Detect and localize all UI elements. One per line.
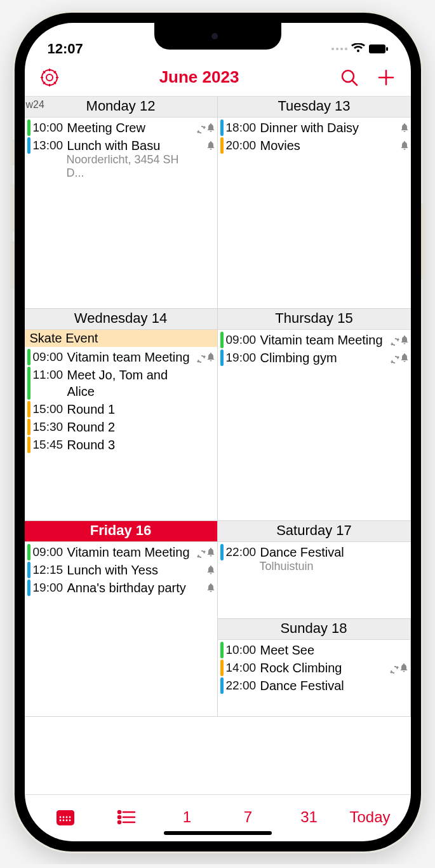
day-cell[interactable]: Friday 1609:00Vitamin team Meeting12:15L… bbox=[25, 521, 218, 717]
day-header: Monday 12w24 bbox=[25, 97, 217, 118]
event-color bbox=[220, 332, 224, 348]
day-header: Friday 16 bbox=[25, 521, 217, 542]
tab-month[interactable]: 31 bbox=[279, 808, 340, 826]
event-color bbox=[27, 401, 30, 417]
battery-icon bbox=[369, 41, 388, 57]
event-time: 13:00 bbox=[33, 137, 65, 154]
svg-point-30 bbox=[118, 821, 121, 824]
bell-icon bbox=[207, 351, 215, 367]
day-cell[interactable]: Saturday 1722:00Dance FestivalTolhuistui… bbox=[218, 521, 411, 619]
event-row[interactable]: 22:00Dance Festival bbox=[220, 677, 408, 695]
svg-point-22 bbox=[59, 819, 61, 821]
event-location: Noorderlicht, 3454 SH D... bbox=[27, 153, 215, 180]
event-time: 15:30 bbox=[33, 419, 65, 435]
event-title: Anna's birthday party bbox=[67, 580, 215, 596]
event-row[interactable]: 15:30Round 2 bbox=[27, 418, 215, 436]
day-cell[interactable]: Monday 12w2410:00Meeting Crew13:00Lunch … bbox=[25, 97, 218, 309]
bell-icon bbox=[401, 139, 408, 156]
event-time: 22:00 bbox=[226, 677, 258, 694]
event-row[interactable]: 19:00Anna's birthday party bbox=[27, 579, 215, 597]
event-row[interactable]: 18:00Dinner with Daisy bbox=[220, 119, 408, 137]
day-cell[interactable]: Sunday 1810:00Meet See14:00Rock Climbing… bbox=[218, 619, 411, 717]
event-title: Meet See bbox=[260, 642, 408, 658]
event-row[interactable]: 09:00Vitamin team Meeting bbox=[220, 331, 408, 349]
event-title: Climbing gym bbox=[260, 349, 408, 366]
bell-icon bbox=[207, 121, 215, 138]
event-color bbox=[220, 137, 224, 154]
home-indicator[interactable] bbox=[164, 831, 272, 835]
tab-list[interactable] bbox=[96, 810, 157, 825]
event-time: 19:00 bbox=[226, 349, 258, 366]
event-title: Lunch with Yess bbox=[67, 562, 215, 578]
svg-rect-17 bbox=[57, 810, 74, 815]
event-row[interactable]: 19:00Climbing gym bbox=[220, 349, 408, 367]
event-row[interactable]: 14:00Rock Climbing bbox=[220, 659, 408, 677]
event-color bbox=[27, 367, 30, 400]
event-title: Movies bbox=[260, 137, 408, 154]
svg-line-13 bbox=[352, 81, 357, 85]
cellular-icon bbox=[331, 48, 347, 50]
tab-week[interactable]: 7 bbox=[218, 808, 279, 826]
event-time: 09:00 bbox=[33, 544, 65, 560]
status-time: 12:07 bbox=[48, 41, 83, 57]
bell-icon bbox=[401, 351, 408, 368]
event-title: Dinner with Daisy bbox=[260, 119, 408, 136]
svg-point-24 bbox=[65, 819, 67, 821]
svg-point-3 bbox=[46, 74, 53, 81]
settings-button[interactable] bbox=[40, 68, 59, 87]
event-color bbox=[27, 580, 30, 596]
repeat-icon bbox=[390, 661, 399, 678]
event-color bbox=[27, 137, 30, 154]
bell-icon bbox=[207, 546, 215, 562]
svg-point-23 bbox=[62, 819, 64, 821]
event-time: 19:00 bbox=[33, 580, 65, 596]
bell-icon bbox=[207, 564, 215, 580]
day-header: Sunday 18 bbox=[218, 619, 410, 640]
repeat-icon bbox=[391, 351, 399, 368]
event-row[interactable]: 20:00Movies bbox=[220, 137, 408, 154]
event-color bbox=[220, 544, 224, 560]
day-cell[interactable]: Tuesday 1318:00Dinner with Daisy20:00Mov… bbox=[218, 97, 411, 309]
svg-point-20 bbox=[65, 816, 67, 818]
event-row[interactable]: 22:00Dance Festival bbox=[220, 543, 408, 561]
svg-point-18 bbox=[59, 816, 61, 818]
event-row[interactable]: 09:00Vitamin team Meeting bbox=[27, 543, 215, 561]
day-header: Tuesday 13 bbox=[218, 97, 411, 118]
event-row[interactable]: 10:00Meet See bbox=[220, 641, 408, 659]
event-row[interactable]: 13:00Lunch with Basu bbox=[27, 137, 215, 154]
day-cell[interactable]: Wednesday 14Skate Event09:00Vitamin team… bbox=[25, 309, 218, 521]
event-row[interactable]: 15:45Round 3 bbox=[27, 436, 215, 454]
event-location: Tolhuistuin bbox=[220, 560, 408, 573]
header-title[interactable]: June 2023 bbox=[59, 67, 340, 87]
add-event-button[interactable] bbox=[377, 68, 396, 87]
search-button[interactable] bbox=[340, 68, 359, 87]
event-row[interactable]: 12:15Lunch with Yess bbox=[27, 561, 215, 579]
calendar-grid: Monday 12w2410:00Meeting Crew13:00Lunch … bbox=[25, 97, 411, 794]
event-time: 12:15 bbox=[33, 562, 65, 578]
tab-calendar[interactable] bbox=[35, 808, 96, 826]
event-title: Round 1 bbox=[67, 401, 215, 417]
tab-day[interactable]: 1 bbox=[157, 808, 218, 826]
week-number: w24 bbox=[26, 99, 44, 111]
event-color bbox=[220, 119, 224, 136]
repeat-icon bbox=[391, 334, 399, 350]
allday-event[interactable]: Skate Event bbox=[25, 330, 217, 347]
event-color bbox=[220, 677, 224, 694]
day-cell[interactable]: Thursday 1509:00Vitamin team Meeting19:0… bbox=[218, 309, 411, 521]
event-title: Meeting Crew bbox=[67, 119, 215, 136]
event-row[interactable]: 10:00Meeting Crew bbox=[27, 119, 215, 137]
event-title: Round 3 bbox=[67, 437, 215, 453]
event-row[interactable]: 15:00Round 1 bbox=[27, 400, 215, 418]
event-row[interactable]: 11:00Meet Jo, Tom and Alice bbox=[27, 366, 215, 400]
tab-today[interactable]: Today bbox=[340, 808, 401, 826]
event-color bbox=[220, 349, 224, 366]
bell-icon bbox=[401, 334, 408, 350]
event-row[interactable]: 09:00Vitamin team Meeting bbox=[27, 348, 215, 366]
event-color bbox=[27, 544, 30, 560]
bell-icon bbox=[207, 581, 215, 598]
event-color bbox=[27, 119, 30, 136]
repeat-icon bbox=[197, 546, 206, 562]
event-color bbox=[220, 660, 224, 676]
day-header: Wednesday 14 bbox=[25, 309, 217, 330]
event-time: 18:00 bbox=[226, 119, 258, 136]
